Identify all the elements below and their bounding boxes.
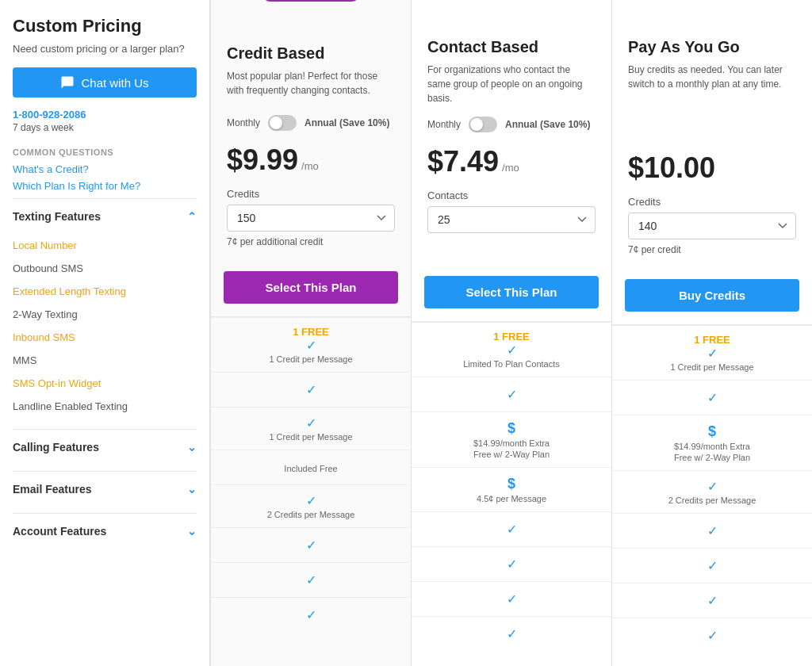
feature-row-landline-credit: ✓ (211, 597, 411, 632)
plan-contact-features: 1 FREE ✓ Limited To Plan Contacts ✓ $ $1… (412, 321, 611, 666)
plan-contact-based-desc: For organizations who contact the same g… (427, 63, 596, 105)
sidebar-subtitle: Need custom pricing or a larger plan? (13, 43, 197, 55)
days-text: 7 days a week (13, 122, 197, 133)
faq-link-plan[interactable]: Which Plan Is Right for Me? (13, 180, 197, 192)
plan-credit-based-desc: Most popular plan! Perfect for those wit… (227, 69, 395, 104)
credits-select-credit[interactable]: 1501002005001000 (227, 205, 395, 232)
price-mo-credit: /mo (301, 160, 319, 172)
contacts-select-contact[interactable]: 2550100250 (427, 206, 596, 233)
feature-row-2way-credit: Included Free (211, 450, 411, 484)
feature-item-sms-optin: SMS Opt-in Widget (13, 372, 197, 395)
feature-row-extended-payg: $ $14.99/month Extra Free w/ 2-Way Plan (612, 415, 812, 470)
plan-contact-based-title: Contact Based (427, 38, 596, 56)
pricing-container: Custom Pricing Need custom pricing or a … (0, 0, 812, 666)
feature-item-2way-texting: 2-Way Texting (13, 303, 197, 326)
feature-row-inbound-payg: ✓ (612, 513, 812, 548)
calling-features-chevron: ⌄ (187, 441, 197, 454)
plan-payg-title: Pay As You Go (628, 38, 796, 56)
sidebar-title: Custom Pricing (13, 16, 197, 36)
feature-row-2way-contact: $ 4.5¢ per Message (412, 467, 611, 511)
calling-features-label: Calling Features (13, 441, 99, 454)
texting-features-label: Texting Features (13, 210, 101, 223)
toggle-monthly-label-contact: Monthly (427, 119, 461, 130)
texting-features-section: Texting Features ⌃ Local Number Outbound… (13, 198, 197, 423)
toggle-contact[interactable] (469, 117, 497, 132)
faq-link-credit[interactable]: What's a Credit? (13, 163, 197, 175)
select-plan-credit-btn[interactable]: Select This Plan (224, 271, 398, 304)
toggle-monthly-label-credit: Monthly (227, 117, 260, 128)
feature-row-mms-payg: ✓ (612, 548, 812, 583)
contacts-label-contact: Contacts (427, 189, 596, 201)
toggle-row-credit: Monthly Annual (Save 10%) (227, 115, 395, 131)
texting-features-items: Local Number Outbound SMS Extended Lengt… (13, 234, 197, 423)
per-credit-note-contact (427, 238, 596, 252)
account-features-header[interactable]: Account Features ⌄ (13, 514, 197, 549)
calling-features-section: Calling Features ⌄ (13, 429, 197, 465)
feature-row-extended-contact: $ $14.99/month Extra Free w/ 2-Way Plan (412, 411, 611, 467)
plan-pay-as-you-go: Pay As You Go Buy credits as needed. You… (611, 0, 812, 666)
per-credit-note-credit: 7¢ per additional credit (227, 236, 395, 247)
toggle-row-contact: Monthly Annual (Save 10%) (427, 117, 596, 132)
feature-row-mms-contact: ✓ (412, 546, 611, 581)
plan-credit-features: 1 FREE ✓ 1 Credit per Message ✓ ✓ 1 Cred… (211, 316, 411, 666)
feature-row-local-number-credit: 1 FREE ✓ 1 Credit per Message (211, 317, 411, 372)
feature-item-mms: MMS (13, 349, 197, 372)
toggle-credit[interactable] (268, 115, 297, 131)
feature-row-outbound-sms-contact: ✓ (412, 377, 611, 411)
feature-row-landline-payg: ✓ (612, 618, 812, 653)
texting-features-header[interactable]: Texting Features ⌃ (13, 199, 197, 234)
feature-item-outbound-sms: Outbound SMS (13, 257, 197, 280)
feature-item-landline-texting: Landline Enabled Texting (13, 395, 197, 418)
plan-payg-desc: Buy credits as needed. You can later swi… (628, 63, 796, 98)
chat-button[interactable]: Chat with Us (13, 67, 197, 98)
price-row-contact: $7.49 /mo (427, 145, 596, 178)
price-row-payg: $10.00 (628, 151, 796, 185)
calling-features-header[interactable]: Calling Features ⌄ (13, 430, 197, 465)
price-amount-contact: $7.49 (427, 145, 499, 178)
buy-credits-btn[interactable]: Buy Credits (625, 279, 799, 312)
plans-wrapper: MOST POPULAR Credit Based Most popular p… (210, 0, 812, 666)
plan-contact-based: Contact Based For organizations who cont… (411, 0, 611, 666)
price-amount-credit: $9.99 (227, 144, 298, 177)
plan-contact-based-header: Contact Based For organizations who cont… (412, 16, 611, 276)
feature-row-extended-credit: ✓ 1 Credit per Message (211, 407, 411, 450)
price-amount-payg: $10.00 (628, 151, 715, 185)
account-features-section: Account Features ⌄ (13, 513, 197, 549)
toggle-annual-label-contact: Annual (Save 10%) (505, 119, 590, 130)
feature-row-inbound-contact: ✓ (412, 511, 611, 546)
feature-row-mms-credit: ✓ (211, 527, 411, 562)
phone-link[interactable]: 1-800-928-2086 (13, 109, 197, 121)
account-features-label: Account Features (13, 525, 106, 538)
common-questions-label: COMMON QUESTIONS (13, 147, 197, 157)
feature-row-optin-credit: ✓ (211, 562, 411, 597)
account-features-chevron: ⌄ (187, 525, 197, 538)
price-row-credit: $9.99 /mo (227, 144, 395, 177)
select-plan-contact-btn[interactable]: Select This Plan (424, 276, 599, 308)
email-features-chevron: ⌄ (187, 483, 197, 496)
feature-row-optin-contact: ✓ (412, 581, 611, 616)
feature-row-outbound-sms-payg: ✓ (612, 380, 812, 415)
toggle-annual-label-credit: Annual (Save 10%) (304, 117, 389, 128)
feature-row-optin-payg: ✓ (612, 583, 812, 618)
feature-row-2way-payg: ✓ 2 Credits per Message (612, 470, 812, 513)
sidebar: Custom Pricing Need custom pricing or a … (0, 0, 210, 666)
feature-row-local-number-contact: 1 FREE ✓ Limited To Plan Contacts (412, 322, 611, 377)
credits-label-payg: Credits (628, 196, 796, 208)
plan-payg-header: Pay As You Go Buy credits as needed. You… (612, 16, 812, 279)
credits-select-payg[interactable]: 140100200500 (628, 212, 796, 239)
email-features-label: Email Features (13, 483, 92, 496)
price-mo-contact: /mo (502, 162, 519, 174)
feature-item-local-number: Local Number (13, 234, 197, 257)
per-credit-note-payg: 7¢ per credit (628, 244, 796, 255)
plan-credit-based-title: Credit Based (227, 44, 395, 63)
texting-features-chevron: ⌃ (187, 210, 197, 223)
email-features-header[interactable]: Email Features ⌄ (13, 472, 197, 507)
credits-label-credit: Credits (227, 188, 395, 200)
feature-row-landline-contact: ✓ (412, 616, 611, 651)
most-popular-badge: MOST POPULAR (262, 0, 360, 2)
feature-row-inbound-credit: ✓ 2 Credits per Message (211, 484, 411, 527)
plan-payg-features: 1 FREE ✓ 1 Credit per Message ✓ $ $14.99… (612, 324, 812, 666)
plan-credit-based-header: Credit Based Most popular plan! Perfect … (211, 16, 411, 271)
feature-item-inbound-sms: Inbound SMS (13, 326, 197, 349)
feature-row-outbound-sms-credit: ✓ (211, 372, 411, 407)
